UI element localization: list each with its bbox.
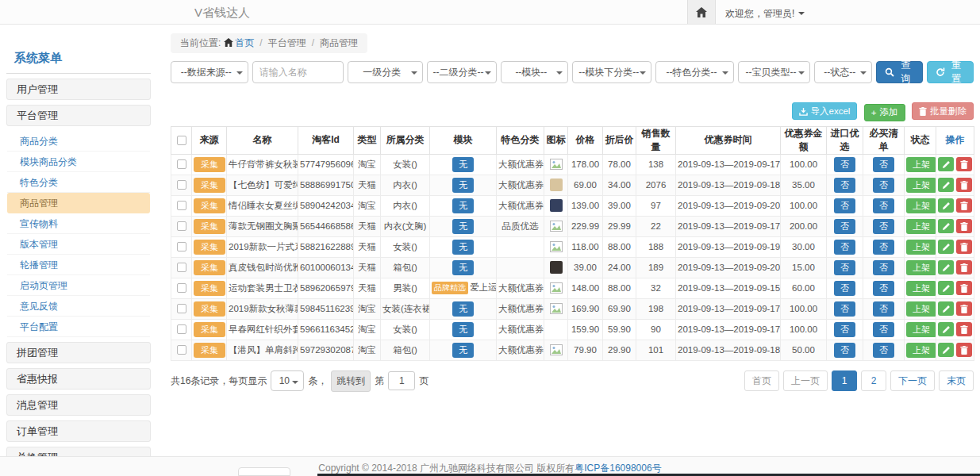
row-checkbox[interactable] — [177, 201, 186, 210]
status-button[interactable]: 上架 — [906, 198, 936, 213]
delete-button[interactable] — [956, 178, 972, 192]
jump-page-input[interactable] — [388, 371, 415, 390]
edit-button[interactable] — [938, 219, 954, 233]
edit-button[interactable] — [938, 322, 954, 336]
import-select-toggle[interactable]: 否 — [834, 198, 855, 213]
search-button[interactable]: 查询 — [876, 61, 923, 83]
module-none-tag[interactable]: 无 — [452, 343, 474, 358]
delete-button[interactable] — [956, 240, 972, 254]
delete-button[interactable] — [956, 343, 972, 357]
filter-select[interactable]: --状态-- — [814, 61, 872, 83]
filter-select[interactable]: --模块下分类-- — [572, 61, 651, 83]
must-buy-toggle[interactable]: 否 — [873, 281, 894, 296]
status-button[interactable]: 上架 — [906, 219, 936, 234]
sidebar-subitem[interactable]: 版本管理 — [7, 234, 150, 255]
must-buy-toggle[interactable]: 否 — [873, 198, 894, 213]
must-buy-toggle[interactable]: 否 — [873, 260, 894, 275]
edit-button[interactable] — [938, 260, 954, 274]
page-button[interactable]: 首页 — [744, 370, 779, 391]
import-select-toggle[interactable]: 否 — [834, 281, 855, 296]
page-button[interactable]: 1 — [832, 370, 857, 391]
sidebar-subitem[interactable]: 平台配置 — [7, 317, 150, 337]
must-buy-toggle[interactable]: 否 — [873, 219, 894, 234]
import-select-toggle[interactable]: 否 — [834, 322, 855, 337]
edit-button[interactable] — [938, 157, 954, 171]
must-buy-toggle[interactable]: 否 — [873, 240, 894, 255]
edit-button[interactable] — [938, 198, 954, 213]
status-button[interactable]: 上架 — [906, 178, 936, 193]
reset-button[interactable]: 重置 — [927, 61, 974, 83]
delete-button[interactable] — [956, 219, 972, 233]
sidebar-group[interactable]: 平台管理 — [6, 105, 151, 126]
import-select-toggle[interactable]: 否 — [834, 240, 855, 255]
filter-select[interactable]: --模块-- — [501, 61, 569, 83]
status-button[interactable]: 上架 — [906, 343, 936, 358]
sidebar-group[interactable]: 省惠快报 — [6, 368, 151, 390]
jump-button[interactable]: 跳转到 — [331, 370, 371, 392]
sidebar-group[interactable]: 订单管理 — [6, 420, 151, 442]
status-button[interactable]: 上架 — [906, 281, 936, 296]
delete-button[interactable] — [956, 281, 972, 295]
import-select-toggle[interactable]: 否 — [834, 301, 855, 317]
page-button[interactable]: 2 — [861, 370, 886, 391]
delete-button[interactable] — [956, 157, 972, 171]
row-checkbox[interactable] — [177, 180, 186, 190]
row-checkbox[interactable] — [177, 304, 186, 313]
sidebar-subitem[interactable]: 模块商品分类 — [7, 152, 150, 172]
sidebar-subitem[interactable]: 特色分类 — [7, 172, 150, 193]
import-select-toggle[interactable]: 否 — [834, 157, 855, 172]
delete-button[interactable] — [956, 260, 972, 274]
import-excel-button[interactable]: 导入excel — [792, 102, 858, 120]
module-none-tag[interactable]: 无 — [452, 178, 474, 193]
module-none-tag[interactable]: 无 — [452, 219, 474, 234]
module-none-tag[interactable]: 无 — [452, 322, 474, 337]
edit-button[interactable] — [938, 178, 954, 192]
page-size-select[interactable]: 10 — [271, 370, 304, 391]
module-none-tag[interactable]: 无 — [452, 240, 474, 255]
page-button[interactable]: 上一页 — [783, 370, 828, 391]
import-select-toggle[interactable]: 否 — [834, 219, 855, 234]
import-select-toggle[interactable]: 否 — [834, 343, 855, 358]
must-buy-toggle[interactable]: 否 — [873, 157, 894, 172]
sidebar-subitem[interactable]: 启动页管理 — [7, 275, 150, 296]
row-checkbox[interactable] — [177, 263, 186, 272]
icp-link[interactable]: 粤ICP备16098006号 — [575, 463, 661, 474]
sidebar-group[interactable]: 用户管理 — [6, 79, 151, 100]
filter-select[interactable]: --特色分类-- — [655, 61, 734, 83]
filter-select[interactable]: --宝贝类型-- — [738, 61, 810, 83]
row-checkbox[interactable] — [177, 221, 186, 231]
delete-button[interactable] — [956, 322, 972, 336]
edit-button[interactable] — [938, 281, 954, 295]
module-none-tag[interactable]: 无 — [452, 157, 474, 172]
row-checkbox[interactable] — [177, 159, 186, 169]
row-checkbox[interactable] — [177, 242, 186, 251]
breadcrumb-home-link[interactable]: 首页 — [235, 37, 254, 48]
sidebar-subitem[interactable]: 商品管理 — [7, 193, 150, 213]
row-checkbox[interactable] — [177, 345, 186, 355]
data-source-select[interactable]: --数据来源-- — [171, 61, 248, 83]
edit-button[interactable] — [938, 240, 954, 254]
sidebar-subitem[interactable]: 商品分类 — [7, 131, 150, 152]
status-button[interactable]: 上架 — [906, 260, 936, 275]
delete-button[interactable] — [956, 301, 972, 316]
must-buy-toggle[interactable]: 否 — [873, 178, 894, 193]
sidebar-subitem[interactable]: 轮播管理 — [7, 255, 150, 275]
name-search-input[interactable] — [252, 61, 344, 83]
status-button[interactable]: 上架 — [906, 301, 936, 317]
must-buy-toggle[interactable]: 否 — [873, 301, 894, 317]
user-menu[interactable]: 欢迎您，管理员! — [725, 7, 805, 21]
edit-button[interactable] — [938, 343, 954, 357]
import-select-toggle[interactable]: 否 — [834, 178, 855, 193]
batch-delete-button[interactable]: 批量删除 — [912, 102, 974, 120]
status-button[interactable]: 上架 — [906, 157, 936, 172]
import-select-toggle[interactable]: 否 — [834, 260, 855, 275]
module-none-tag[interactable]: 无 — [452, 301, 474, 317]
must-buy-toggle[interactable]: 否 — [873, 322, 894, 337]
filter-select[interactable]: 一级分类 — [348, 61, 423, 83]
filter-select[interactable]: --二级分类-- — [427, 61, 497, 83]
status-button[interactable]: 上架 — [906, 322, 936, 337]
home-button[interactable] — [687, 0, 716, 24]
row-checkbox[interactable] — [177, 324, 186, 334]
sidebar-subitem[interactable]: 宣传物料 — [7, 213, 150, 234]
page-button[interactable]: 下一页 — [890, 370, 935, 391]
